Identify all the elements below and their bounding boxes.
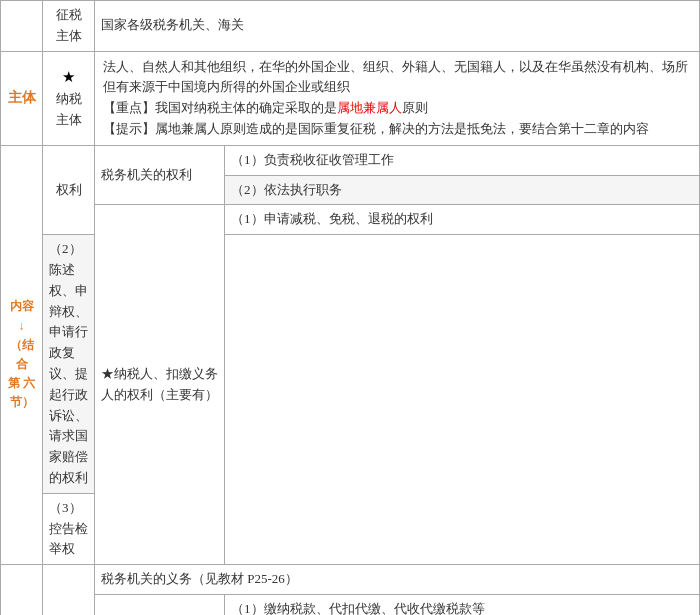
shuiwu-quanli-1: （1）负责税收征收管理工作: [225, 145, 700, 175]
highlight-shudi: 属地兼属人: [337, 100, 402, 115]
nashui-quanli-1: （1）申请减税、免税、退税的权利: [225, 205, 700, 235]
zhuti-content: 法人、自然人和其他组织，在华的外国企业、组织、外籍人、无国籍人，以及在华虽然没有…: [95, 51, 700, 145]
neir-label: 内容 ↓ （结合 第 六 节）: [1, 145, 43, 564]
zhengshui-label: 征税主体: [43, 1, 95, 52]
zhuti-line3: 【提示】属地兼属人原则造成的是国际重复征税，解决的方法是抵免法，要结合第十二章的…: [103, 121, 649, 136]
star-icon: ★: [62, 69, 75, 85]
zhuti-label: 主体: [1, 51, 43, 145]
main-table: 征税主体 国家各级税务机关、海关 主体 ★纳税主体 法人、自然人和其他组织，在华…: [0, 0, 700, 615]
row-zhuti: 主体 ★纳税主体 法人、自然人和其他组织，在华的外国企业、组织、外籍人、无国籍人…: [1, 51, 700, 145]
shuiwu-yiwu-label: 税务机关的义务（见教材 P25-26）: [95, 565, 700, 595]
neir-label-2: [1, 565, 43, 615]
nashui-yiwu-label: 纳税人、扣缴义务人的义务: [95, 594, 225, 615]
yiwu-label: 义务: [43, 565, 95, 615]
nashui-quanli-3: （3）控告检举权: [43, 493, 95, 564]
row-納税-quanli: ★纳税人、扣缴义务人的权利（主要有） （1）申请减税、免税、退税的权利: [1, 205, 700, 235]
zhuti-sub-label: ★纳税主体: [43, 51, 95, 145]
zhuti-line2: 【重点】我国对纳税主体的确定采取的是属地兼属人原则: [103, 100, 428, 115]
quanli-label: 权利: [43, 145, 95, 234]
row-neir-quanli-1: 内容 ↓ （结合 第 六 节） 权利 税务机关的权利 （1）负责税收征收管理工作: [1, 145, 700, 175]
zhuti-line1: 法人、自然人和其他组织，在华的外国企业、组织、外籍人、无国籍人，以及在华虽然没有…: [103, 59, 688, 95]
nashui-yiwu-1: （1）缴纳税款、代扣代缴、代收代缴税款等: [225, 594, 700, 615]
row-zhengshui: 征税主体 国家各级税务机关、海关: [1, 1, 700, 52]
shuiwu-quanli-2: （2）依法执行职务: [225, 175, 700, 205]
row-nashui-yiwu: 纳税人、扣缴义务人的义务 （1）缴纳税款、代扣代缴、代收代缴税款等: [1, 594, 700, 615]
empty-label: [1, 1, 43, 52]
zhengshui-content: 国家各级税务机关、海关: [95, 1, 700, 52]
nashui-quanli-2: （2）陈述权、申辩权、申请行政复议、提起行政诉讼、请求国家赔偿的权利: [43, 235, 95, 494]
row-yiwu-1: 义务 税务机关的义务（见教材 P25-26）: [1, 565, 700, 595]
shuiwu-quanli-label: 税务机关的权利: [95, 145, 225, 205]
nashui-quanli-label: ★纳税人、扣缴义务人的权利（主要有）: [95, 205, 225, 565]
